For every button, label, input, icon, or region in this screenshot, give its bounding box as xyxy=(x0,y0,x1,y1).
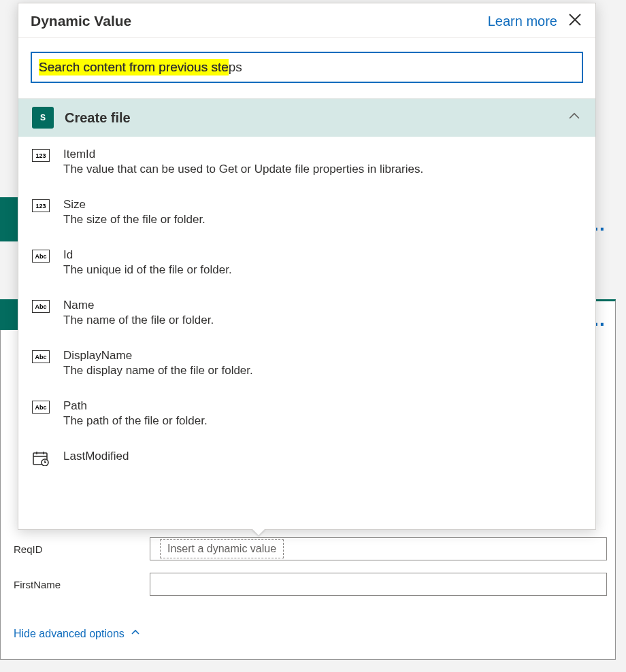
result-item[interactable]: AbcNameThe name of the file or folder. xyxy=(18,288,595,338)
panel-pointer xyxy=(252,528,265,535)
learn-more-link[interactable]: Learn more xyxy=(488,14,557,29)
search-input[interactable]: Search content from previous ste Search … xyxy=(31,52,583,83)
firstname-label: FirstName xyxy=(14,579,150,590)
item-name: ItemId xyxy=(63,148,582,161)
close-button[interactable] xyxy=(567,12,583,31)
type-badge: 123 xyxy=(32,199,50,212)
search-placeholder-full: Search content from previous steps xyxy=(39,60,242,75)
item-desc: The value that can be used to Get or Upd… xyxy=(63,163,582,176)
sharepoint-icon: S xyxy=(32,107,54,129)
item-name: Id xyxy=(63,248,582,262)
group-title: Create file xyxy=(65,110,556,126)
result-item[interactable]: 123ItemIdThe value that can be used to G… xyxy=(18,137,595,187)
item-desc: The unique id of the file or folder. xyxy=(63,263,582,277)
group-header-create-file[interactable]: S Create file xyxy=(18,99,595,137)
panel-header: Dynamic Value Learn more xyxy=(18,3,595,38)
result-item[interactable]: LastModified xyxy=(18,439,595,477)
item-name: Size xyxy=(63,198,582,212)
type-badge: Abc xyxy=(32,350,50,363)
item-body: IdThe unique id of the file or folder. xyxy=(63,248,582,277)
type-badge: 123 xyxy=(32,149,50,162)
form-row-firstname: FirstName xyxy=(14,573,607,596)
type-badge: Abc xyxy=(32,250,50,263)
item-body: PathThe path of the file or folder. xyxy=(63,399,582,428)
result-item[interactable]: AbcPathThe path of the file or folder. xyxy=(18,388,595,439)
result-item[interactable]: AbcIdThe unique id of the file or folder… xyxy=(18,237,595,288)
item-desc: The display name of the file or folder. xyxy=(63,364,582,377)
item-body: DisplayNameThe display name of the file … xyxy=(63,349,582,377)
panel-title: Dynamic Value xyxy=(31,13,488,29)
item-body: NameThe name of the file or folder. xyxy=(63,299,582,327)
firstname-input[interactable] xyxy=(150,573,607,596)
chevron-up-icon xyxy=(567,109,582,127)
chevron-up-icon xyxy=(130,627,141,641)
type-badge: Abc xyxy=(32,401,50,414)
item-body: LastModified xyxy=(63,450,582,465)
item-desc: The size of the file or folder. xyxy=(63,213,582,226)
item-name: DisplayName xyxy=(63,349,582,363)
hide-advanced-label: Hide advanced options xyxy=(14,628,125,640)
dynamic-value-panel: Dynamic Value Learn more Search content … xyxy=(18,3,596,530)
item-desc: The path of the file or folder. xyxy=(63,414,582,428)
item-name: Path xyxy=(63,399,582,413)
reqid-label: ReqID xyxy=(14,543,150,555)
dynamic-value-chip[interactable]: Insert a dynamic value xyxy=(160,539,284,558)
form-area: ReqID Insert a dynamic value FirstName H… xyxy=(14,537,607,641)
type-badge: Abc xyxy=(32,300,50,313)
results-scroll[interactable]: S Create file 123ItemIdThe value that ca… xyxy=(18,98,595,529)
form-row-reqid: ReqID Insert a dynamic value xyxy=(14,537,607,560)
item-body: SizeThe size of the file or folder. xyxy=(63,198,582,226)
search-wrap: Search content from previous ste Search … xyxy=(18,38,595,98)
calendar-icon xyxy=(32,451,50,466)
result-item[interactable]: 123SizeThe size of the file or folder. xyxy=(18,187,595,237)
item-desc: The name of the file or folder. xyxy=(63,314,582,327)
close-icon xyxy=(567,18,583,30)
reqid-input[interactable]: Insert a dynamic value xyxy=(150,537,607,560)
item-name: Name xyxy=(63,299,582,312)
hide-advanced-options-link[interactable]: Hide advanced options xyxy=(14,627,141,641)
item-name: LastModified xyxy=(63,450,582,463)
item-body: ItemIdThe value that can be used to Get … xyxy=(63,148,582,176)
result-item[interactable]: AbcDisplayNameThe display name of the fi… xyxy=(18,338,595,388)
